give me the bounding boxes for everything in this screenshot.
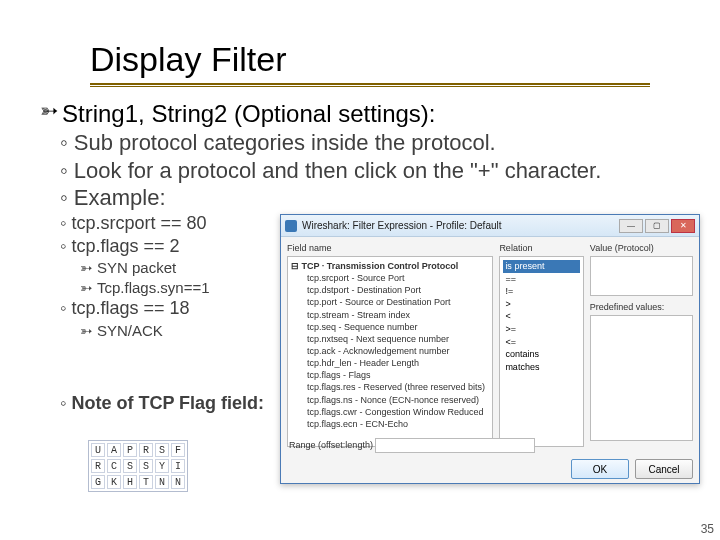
sub-text: Sub protocol categories inside the proto…	[74, 130, 496, 155]
field-row[interactable]: tcp.dstport - Destination Port	[291, 284, 489, 296]
field-row[interactable]: tcp.flags.res - Reserved (three reserved…	[291, 381, 489, 393]
note-text: Note of TCP Flag field:	[71, 393, 264, 413]
relation-item[interactable]: >	[503, 298, 579, 311]
range-label: Range (offset:length)	[289, 440, 373, 450]
field-name-label: Field name	[287, 243, 493, 253]
sub-text: Look for a protocol and then click on th…	[74, 158, 601, 183]
relation-item[interactable]: <=	[503, 336, 579, 349]
relation-item[interactable]: ==	[503, 273, 579, 286]
field-row[interactable]: tcp.flags.ns - Nonce (ECN-nonce reserved…	[291, 394, 489, 406]
detail-text: SYN packet	[97, 259, 176, 276]
field-row[interactable]: tcp.flags.cwr - Congestion Window Reduce…	[291, 406, 489, 418]
field-row[interactable]: tcp.flags - Flags	[291, 369, 489, 381]
field-row[interactable]: tcp.seq - Sequence number	[291, 321, 489, 333]
slide-title: Display Filter	[90, 40, 690, 79]
example-text: tcp.srcport == 80	[71, 213, 206, 233]
swirl-icon: ➳	[40, 99, 58, 123]
range-input[interactable]	[375, 438, 535, 453]
title-underline	[90, 83, 650, 87]
relation-item[interactable]: matches	[503, 361, 579, 374]
sub-bullet: ◦Sub protocol categories inside the prot…	[60, 129, 690, 157]
relation-label: Relation	[499, 243, 583, 253]
field-row[interactable]: tcp.port - Source or Destination Port	[291, 296, 489, 308]
dialog-titlebar[interactable]: Wireshark: Filter Expression - Profile: …	[281, 215, 699, 237]
field-row[interactable]: tcp.nxtseq - Next sequence number	[291, 333, 489, 345]
predefined-label: Predefined values:	[590, 302, 693, 312]
field-row[interactable]: tcp.ack - Acknowledgement number	[291, 345, 489, 357]
ok-button[interactable]: OK	[571, 459, 629, 479]
sub-text: Example:	[74, 185, 166, 210]
detail-text: SYN/ACK	[97, 322, 163, 339]
field-row[interactable]: tcp.hdr_len - Header Length	[291, 357, 489, 369]
relation-item[interactable]: >=	[503, 323, 579, 336]
tcp-flag-grid: UAPRSF RCSSYI GKHTNN	[88, 440, 188, 492]
predefined-list[interactable]	[590, 315, 693, 441]
wireshark-icon	[285, 220, 297, 232]
field-name-list[interactable]: ⊟ TCP · Transmission Control Protocol tc…	[287, 256, 493, 447]
minimize-button[interactable]: —	[619, 219, 643, 233]
value-label: Value (Protocol)	[590, 243, 693, 253]
main-bullet: String1, String2 (Optional settings):	[62, 99, 436, 129]
field-row[interactable]: tcp.stream - Stream index	[291, 309, 489, 321]
value-input[interactable]	[590, 256, 693, 296]
relation-item[interactable]: !=	[503, 285, 579, 298]
example-text: tcp.flags == 2	[71, 236, 179, 256]
field-row[interactable]: tcp.srcport - Source Port	[291, 272, 489, 284]
field-row[interactable]: tcp.flags.ecn - ECN-Echo	[291, 418, 489, 430]
filter-expression-dialog: Wireshark: Filter Expression - Profile: …	[280, 214, 700, 484]
relation-list[interactable]: is present == != > < >= <= contains matc…	[499, 256, 583, 447]
relation-item[interactable]: is present	[503, 260, 579, 273]
dialog-title: Wireshark: Filter Expression - Profile: …	[302, 220, 502, 231]
sub-bullet: ◦Example:	[60, 184, 690, 212]
maximize-button[interactable]: ▢	[645, 219, 669, 233]
page-number: 35	[701, 522, 714, 536]
sub-bullet: ◦Look for a protocol and then click on t…	[60, 157, 690, 185]
example-text: tcp.flags == 18	[71, 298, 189, 318]
cancel-button[interactable]: Cancel	[635, 459, 693, 479]
close-button[interactable]: ✕	[671, 219, 695, 233]
relation-item[interactable]: <	[503, 310, 579, 323]
detail-text: Tcp.flags.syn==1	[97, 279, 210, 296]
relation-item[interactable]: contains	[503, 348, 579, 361]
tcp-tree-header[interactable]: ⊟ TCP · Transmission Control Protocol	[291, 260, 489, 272]
